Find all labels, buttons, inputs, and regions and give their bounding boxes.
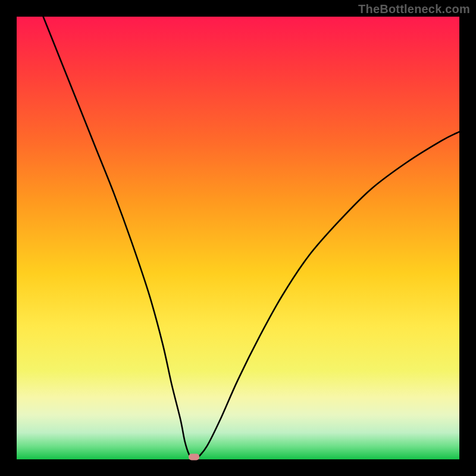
optimum-marker bbox=[189, 454, 199, 461]
chart-frame: TheBottleneck.com bbox=[0, 0, 476, 476]
plot-area bbox=[17, 17, 459, 459]
bottleneck-curve bbox=[17, 17, 459, 459]
watermark-text: TheBottleneck.com bbox=[358, 2, 470, 16]
